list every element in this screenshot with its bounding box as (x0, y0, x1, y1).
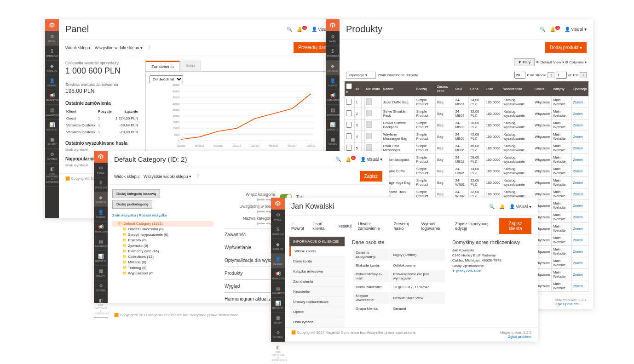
sidebar-item-find-partners-extensions[interactable]: ◧FIND PARTNERS & EXTENSIONS (94, 295, 108, 318)
sidebar-item-system[interactable]: ⚙SYSTEM (94, 280, 108, 295)
sidebar-item-zawarto-[interactable]: ▤ZAWARTOŚĆ (271, 283, 285, 298)
search-icon[interactable]: 🔍 (489, 204, 495, 209)
sidebar-item-marketing[interactable]: 📢MARKETING (94, 222, 108, 236)
edit-link[interactable]: Zmień (573, 135, 583, 139)
sidebar-item-raporty[interactable]: 📊RAPORTY (45, 119, 59, 134)
sidebar-item-panel[interactable]: ⚙PANEL (45, 31, 59, 46)
tree-node[interactable]: Elementy cafe (46) (112, 249, 213, 254)
sidebar-item-raporty[interactable]: 📊RAPORTY (271, 298, 285, 313)
store-scope-select[interactable]: Wszystkie widoki sklepu ▾ (95, 46, 143, 50)
notification-icon[interactable]: 🔔0 (297, 27, 307, 32)
per-page-input[interactable] (514, 72, 525, 79)
edit-link[interactable]: Zmień (573, 181, 583, 185)
sidebar-item-zawarto-[interactable]: ▤ZAWARTOŚĆ (45, 105, 59, 119)
sidebar-item-katalog[interactable]: ◆KATALOG (45, 61, 59, 75)
search-icon[interactable]: 🔍 (335, 157, 341, 162)
sidebar-item-klienci[interactable]: 👤KLIENCI (326, 75, 340, 90)
sidebar-item-katalog[interactable]: ◆KATALOG (94, 192, 108, 207)
edit-link[interactable]: Zmień (573, 204, 583, 208)
customer-nav-lista-życzeń[interactable]: Lista życzeń (289, 317, 345, 327)
notification-icon[interactable]: 🔔0 (550, 27, 560, 32)
tree-toggle[interactable]: Zwiń wszystko | Rozwiń wszystko (112, 213, 213, 217)
sidebar-item-sprzeda-[interactable]: $SPRZEDAŻ (45, 46, 59, 61)
tree-node[interactable]: Odzież i akcesoria (0) (112, 227, 213, 232)
action-zresetuj-hasło[interactable]: Zresetuj hasło (394, 222, 415, 231)
tree-node[interactable]: Training (6) (112, 265, 213, 271)
tab-orders[interactable]: Zamówienia (145, 61, 180, 71)
notification-icon[interactable]: 🔔 (499, 204, 505, 209)
sidebar-item-find-partners-extensions[interactable]: ◧FIND PARTNERS & EXTENSIONS (271, 342, 285, 364)
customer-nav-umowy-rozliczeniowe[interactable]: Umowy rozliczeniowe (289, 297, 345, 307)
sidebar-item-sklepy[interactable]: ▦SKLEPY (45, 134, 59, 149)
sidebar-item-raporty[interactable]: 📊RAPORTY (326, 119, 340, 134)
table-row[interactable]: 1Joust Duffle BagSimple ProductBag24-MB0… (345, 97, 588, 108)
sidebar-item-klienci[interactable]: 👤KLIENCI (271, 254, 285, 268)
edit-link[interactable]: Zmień (573, 112, 583, 116)
customer-nav-zamówienia[interactable]: Zamówienia (289, 277, 345, 287)
tree-node[interactable]: Wyposażeni (0) (112, 271, 213, 276)
edit-link[interactable]: Zmień (573, 273, 583, 277)
save-customer-button[interactable]: Zapisz klienta (499, 218, 531, 234)
page-input[interactable] (556, 72, 567, 79)
tree-node[interactable]: Militaria (0) (112, 260, 213, 265)
user-menu[interactable]: 👤 visual ▾ (509, 204, 531, 209)
edit-link[interactable]: Zmień (573, 284, 583, 288)
report-link[interactable]: Zgłoś problem (555, 302, 579, 306)
table-row[interactable]: 3Crown Summit BackpackSimple ProductBag2… (345, 119, 588, 131)
sidebar-item-panel[interactable]: ⚙PANEL (94, 163, 108, 177)
sidebar-item-panel[interactable]: ⚙PANEL (326, 31, 340, 46)
sidebar-item-zawarto-[interactable]: ▤ZAWARTOŚĆ (94, 236, 108, 251)
sidebar-item-zawarto-[interactable]: ▤ZAWARTOŚĆ (326, 105, 340, 119)
tab-sums[interactable]: Ilości (180, 61, 202, 71)
edit-link[interactable]: Zmień (573, 227, 583, 231)
sidebar-item-sprzeda-[interactable]: $SPRZEDAŻ (271, 224, 285, 239)
sidebar-item-find-partners-extensions[interactable]: ◧FIND PARTNERS & EXTENSIONS (45, 164, 59, 187)
notification-icon[interactable]: 🔔0 (346, 157, 356, 162)
user-menu[interactable]: 👤 visual ▾ (360, 157, 382, 162)
edit-link[interactable]: Zmień (573, 192, 583, 196)
edit-link[interactable]: Zmień (573, 215, 583, 219)
table-row[interactable]: 2Strive Shoulder PackSimple ProductBag24… (345, 108, 588, 119)
edit-link[interactable]: Zmień (573, 250, 583, 254)
edit-link[interactable]: Zmień (573, 261, 583, 265)
action--powrót[interactable]: ← Powrót (291, 222, 306, 231)
sidebar-item-sklepy[interactable]: ▦SKLEPY (94, 266, 108, 280)
sidebar-item-panel[interactable]: ⚙PANEL (271, 210, 285, 224)
sidebar-item-raporty[interactable]: 📊RAPORTY (94, 251, 108, 266)
add-product-button[interactable]: Dodaj produkt ▾ (545, 42, 587, 53)
filters-button[interactable]: ▼ Filtry (514, 58, 535, 66)
sidebar-item-system[interactable]: ⚙SYSTEM (271, 327, 285, 342)
sidebar-item-klienci[interactable]: 👤KLIENCI (94, 207, 108, 222)
columns-select[interactable]: ⚙ Columns ▾ (565, 60, 587, 64)
tree-node[interactable]: Pojazdy (0) (112, 238, 213, 243)
range-select[interactable]: Od dwóch lat (150, 75, 183, 83)
prev-page-button[interactable]: ‹ (548, 72, 554, 78)
add-root-button[interactable]: Dodaj kategorię bazową (112, 189, 160, 198)
next-page-button[interactable]: › (580, 72, 587, 78)
sidebar-item-katalog[interactable]: ◆KATALOG (271, 239, 285, 254)
help-icon[interactable]: ❔ (146, 46, 151, 50)
store-scope-select[interactable]: Wszystkie widoki sklepu ▾ (144, 174, 191, 179)
search-icon[interactable]: 🔍 (540, 27, 545, 32)
edit-link[interactable]: Zmień (573, 100, 583, 104)
table-row[interactable]: 4Wayfarer Messenger BagSimple ProductBag… (345, 131, 588, 142)
action-resetuj[interactable]: Resetuj (338, 224, 352, 228)
customer-nav-dane-konta[interactable]: Dane konta (289, 256, 345, 267)
tree-node[interactable]: Default Category (1181) (112, 221, 213, 227)
sidebar-item-katalog[interactable]: ◆KATALOG (326, 61, 340, 75)
search-icon[interactable]: 🔍 (287, 27, 292, 32)
sidebar-item-sklepy[interactable]: ▦SKLEPY (326, 134, 340, 149)
sidebar-item-marketing[interactable]: 📢MARKETING (271, 268, 285, 283)
customer-nav-widok-klienta[interactable]: Widok klienta (289, 246, 345, 256)
action-utwórz-zamówienie[interactable]: Utwórz zamówienie (358, 222, 387, 231)
customer-nav-książka-adresowa[interactable]: Książka adresowa (289, 267, 345, 277)
customer-nav-newsletter[interactable]: Newsletter (289, 287, 345, 297)
edit-link[interactable]: Zmień (573, 169, 583, 173)
sidebar-item-sprzeda-[interactable]: $SPRZEDAŻ (94, 177, 108, 192)
tree-node[interactable]: Collections (13) (112, 254, 213, 260)
help-icon[interactable]: ❔ (195, 174, 200, 179)
sidebar-item-sprzeda-[interactable]: $SPRZEDAŻ (326, 46, 340, 61)
default-view-select[interactable]: 👁 Default View ▾ (536, 60, 564, 64)
report-link[interactable]: Zgłoś problem (508, 335, 531, 339)
user-menu[interactable]: 👤 visual ▾ (565, 27, 587, 32)
